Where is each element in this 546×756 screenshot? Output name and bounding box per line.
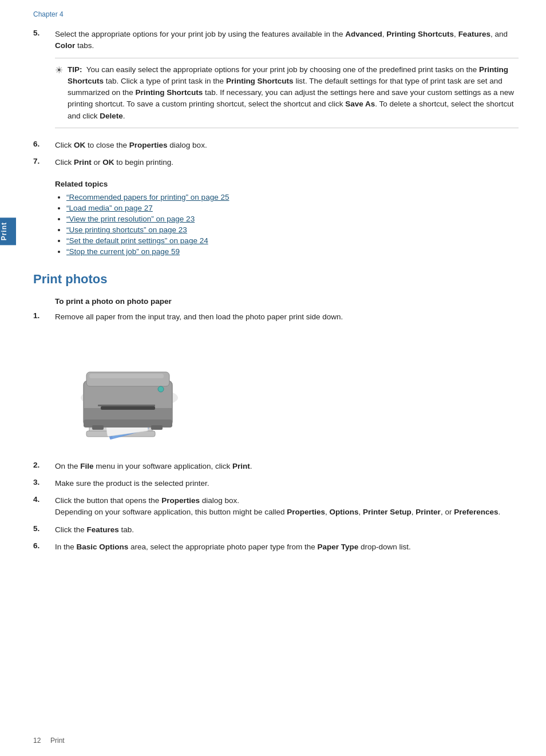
- page-footer: 12 Print: [33, 737, 65, 745]
- subsection-heading: To print a photo on photo paper: [55, 297, 519, 306]
- link-stop-job[interactable]: “Stop the current job” on page 59: [66, 247, 180, 256]
- related-topics-heading: Related topics: [55, 180, 519, 188]
- step-6-text: Click OK to close the Properties dialog …: [55, 140, 519, 151]
- list-item: “View the print resolution” on page 23: [66, 215, 519, 223]
- print-photos-heading: Print photos: [33, 272, 519, 287]
- related-topics: Related topics “Recommended papers for p…: [55, 180, 519, 256]
- printer-illustration: [55, 335, 181, 449]
- photo-step-2-number: 2.: [33, 461, 55, 469]
- svg-point-11: [158, 386, 164, 392]
- svg-rect-16: [98, 405, 155, 406]
- step-7-text: Click Print or OK to begin printing.: [55, 157, 519, 168]
- step-5-text: Select the appropriate options for your …: [55, 29, 519, 52]
- photo-step-4-text: Click the button that opens the Properti…: [55, 495, 519, 518]
- photo-step-5: 5. Click the Features tab.: [33, 524, 519, 536]
- link-load-media[interactable]: “Load media” on page 27: [66, 204, 153, 212]
- sidebar-tab-label: Print: [0, 217, 16, 245]
- photo-step-3: 3. Make sure the product is the selected…: [33, 478, 519, 489]
- step-6-content: Click OK to close the Properties dialog …: [55, 140, 519, 151]
- tip-label: TIP:: [68, 65, 82, 74]
- photo-step-5-text: Click the Features tab.: [55, 524, 519, 536]
- photo-step-6: 6. In the Basic Options area, select the…: [33, 541, 519, 553]
- photo-step-6-number: 6.: [33, 541, 55, 550]
- link-recommended-papers[interactable]: “Recommended papers for printing” on pag…: [66, 193, 229, 201]
- tip-box: ☀ TIP: You can easily select the appropr…: [55, 58, 519, 128]
- photo-step-5-content: Click the Features tab.: [55, 524, 519, 536]
- related-topics-list: “Recommended papers for printing” on pag…: [55, 193, 519, 256]
- step-5-content: Select the appropriate options for your …: [55, 29, 519, 134]
- photo-step-3-number: 3.: [33, 478, 55, 486]
- page-number: 12: [33, 737, 41, 745]
- chapter-header: Chapter 4: [33, 10, 519, 18]
- main-content: Chapter 4 5. Select the appropriate opti…: [16, 0, 546, 756]
- photo-step-1-text: Remove all paper from the input tray, an…: [55, 311, 519, 323]
- photo-step-4-content: Click the button that opens the Properti…: [55, 495, 519, 518]
- photo-step-5-number: 5.: [33, 524, 55, 533]
- photo-step-4: 4. Click the button that opens the Prope…: [33, 495, 519, 518]
- list-item: “Use printing shortcuts” on page 23: [66, 225, 519, 234]
- step-5: 5. Select the appropriate options for yo…: [33, 29, 519, 134]
- photo-step-6-content: In the Basic Options area, select the ap…: [55, 541, 519, 553]
- list-item: “Recommended papers for printing” on pag…: [66, 193, 519, 201]
- svg-rect-12: [89, 374, 164, 378]
- photo-step-3-text: Make sure the product is the selected pr…: [55, 478, 519, 489]
- page-container: Print Chapter 4 5. Select the appropriat…: [0, 0, 546, 756]
- step-6: 6. Click OK to close the Properties dial…: [33, 140, 519, 151]
- tip-icon: ☀: [55, 65, 63, 76]
- photo-step-1-number: 1.: [33, 311, 55, 320]
- printer-image: [55, 335, 181, 449]
- tip-text: TIP: You can easily select the appropria…: [68, 64, 519, 122]
- step-6-number: 6.: [33, 140, 55, 148]
- list-item: “Set the default print settings” on page…: [66, 236, 519, 245]
- svg-rect-15: [151, 425, 163, 430]
- footer-section: Print: [50, 737, 65, 745]
- photo-step-1: 1. Remove all paper from the input tray,…: [33, 311, 519, 323]
- list-item: “Stop the current job” on page 59: [66, 247, 519, 256]
- svg-rect-10: [101, 406, 155, 410]
- photo-step-4-number: 4.: [33, 495, 55, 504]
- link-default-print[interactable]: “Set the default print settings” on page…: [66, 236, 208, 245]
- step-7-number: 7.: [33, 157, 55, 165]
- svg-rect-14: [92, 425, 104, 430]
- sidebar-tab: Print: [0, 0, 16, 756]
- photo-step-2-text: On the File menu in your software applic…: [55, 461, 519, 472]
- list-item: “Load media” on page 27: [66, 204, 519, 212]
- step-7: 7. Click Print or OK to begin printing.: [33, 157, 519, 168]
- step-7-content: Click Print or OK to begin printing.: [55, 157, 519, 168]
- photo-step-6-text: In the Basic Options area, select the ap…: [55, 541, 519, 553]
- link-printing-shortcuts[interactable]: “Use printing shortcuts” on page 23: [66, 225, 187, 234]
- link-view-resolution[interactable]: “View the print resolution” on page 23: [66, 215, 195, 223]
- photo-step-3-content: Make sure the product is the selected pr…: [55, 478, 519, 489]
- step-5-number: 5.: [33, 29, 55, 37]
- photo-step-1-content: Remove all paper from the input tray, an…: [55, 311, 519, 323]
- photo-step-2: 2. On the File menu in your software app…: [33, 461, 519, 472]
- photo-step-2-content: On the File menu in your software applic…: [55, 461, 519, 472]
